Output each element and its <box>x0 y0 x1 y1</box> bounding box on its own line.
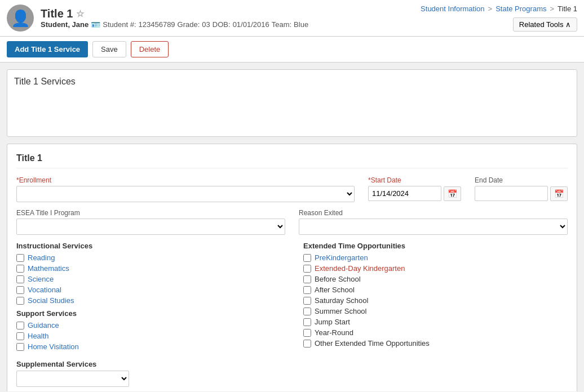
team-label: Team: <box>272 20 291 29</box>
summer-school-checkbox[interactable] <box>303 308 311 315</box>
checkbox-vocational: Vocational <box>16 286 281 294</box>
star-icon[interactable]: ☆ <box>76 8 84 19</box>
checkbox-guidance: Guidance <box>16 321 281 329</box>
form-panel: Title 1 *Enrollment Option 1 Option 2 *S… <box>7 144 577 391</box>
checkbox-reading: Reading <box>16 253 281 262</box>
summer-school-label: Summer School <box>315 307 366 315</box>
start-date-calendar-button[interactable]: 📅 <box>444 186 461 201</box>
checkbox-other-extended-time: Other Extended Time Opportunities <box>303 339 568 348</box>
checkbox-extended-day-kindergarten: Extended-Day Kindergarten <box>303 264 568 273</box>
supplemental-services-group: Supplemental Services Option 1 <box>16 360 568 387</box>
breadcrumb-state-programs[interactable]: State Programs <box>495 5 546 13</box>
enrollment-select[interactable]: Option 1 Option 2 <box>16 186 355 202</box>
page-title: Title 1 <box>41 7 73 20</box>
esea-group: ESEA Title I Program Option 1 <box>16 209 285 235</box>
save-button[interactable]: Save <box>92 41 126 57</box>
science-label: Science <box>28 275 54 283</box>
related-tools-button[interactable]: Related Tools ∧ <box>513 17 577 32</box>
start-date-group: *Start Date 📅 <box>368 176 461 202</box>
delete-button[interactable]: Delete <box>131 41 169 57</box>
supplemental-services-select[interactable]: Option 1 <box>16 371 129 387</box>
reason-exited-label: Reason Exited <box>299 209 568 217</box>
social-studies-label: Social Studies <box>28 296 74 305</box>
reason-exited-select[interactable]: Option 1 <box>299 219 568 235</box>
checkbox-social-studies: Social Studies <box>16 296 281 305</box>
grade-label: Grade: <box>178 20 200 29</box>
extended-day-kindergarten-label: Extended-Day Kindergarten <box>315 264 405 273</box>
end-date-input[interactable] <box>475 186 548 201</box>
dob-label: DOB: <box>213 20 231 29</box>
supplemental-services-label: Supplemental Services <box>16 360 568 368</box>
student-info-row: Student, Jane 🪪 Student #: 123456789 Gra… <box>41 20 308 29</box>
saturday-school-label: Saturday School <box>315 296 368 305</box>
form-title: Title 1 <box>16 153 568 168</box>
breadcrumb: Student Information > State Programs > T… <box>421 5 577 13</box>
start-date-input-group: 📅 <box>368 186 461 201</box>
start-date-label: *Start Date <box>368 176 461 184</box>
end-date-input-group: 📅 <box>475 186 568 201</box>
guidance-checkbox[interactable] <box>16 322 24 329</box>
social-studies-checkbox[interactable] <box>16 297 24 305</box>
reason-exited-group: Reason Exited Option 1 <box>299 209 568 235</box>
extended-day-kindergarten-checkbox[interactable] <box>303 265 311 273</box>
health-checkbox[interactable] <box>16 332 24 340</box>
checkbox-saturday-school: Saturday School <box>303 296 568 305</box>
jump-start-checkbox[interactable] <box>303 318 311 326</box>
add-title-service-button[interactable]: Add Title 1 Service <box>7 41 88 57</box>
main-content: Title 1 Services Title 1 *Enrollment Opt… <box>0 63 584 391</box>
home-visitation-checkbox[interactable] <box>16 343 24 351</box>
checkbox-prekindergarten: PreKindergarten <box>303 253 568 262</box>
after-school-checkbox[interactable] <box>303 286 311 294</box>
esea-label: ESEA Title I Program <box>16 209 285 217</box>
checkboxes-area: Instructional Services Reading Mathemati… <box>16 242 568 353</box>
checkbox-science: Science <box>16 275 281 283</box>
prekindergarten-checkbox[interactable] <box>303 254 311 262</box>
other-extended-time-checkbox[interactable] <box>303 340 311 348</box>
student-number: 123456789 <box>139 20 175 29</box>
saturday-school-checkbox[interactable] <box>303 297 311 305</box>
vocational-label: Vocational <box>28 286 61 294</box>
science-checkbox[interactable] <box>16 275 24 283</box>
instructional-services-section: Instructional Services Reading Mathemati… <box>16 242 281 353</box>
start-date-input[interactable] <box>368 186 441 201</box>
id-card-icon: 🪪 <box>91 20 100 29</box>
person-icon: 👤 <box>11 9 30 28</box>
extended-time-section: Extended Time Opportunities PreKindergar… <box>303 242 568 353</box>
student-number-label: Student #: <box>103 20 136 29</box>
header-right: Student Information > State Programs > T… <box>421 5 577 32</box>
support-services-title: Support Services <box>16 309 281 318</box>
end-date-label: End Date <box>475 176 568 184</box>
form-row-1: *Enrollment Option 1 Option 2 *Start Dat… <box>16 176 568 202</box>
checkbox-year-round: Year-Round <box>303 328 568 337</box>
page-title-row: Title 1 ☆ <box>41 7 308 20</box>
reading-checkbox[interactable] <box>16 254 24 262</box>
breadcrumb-sep1: > <box>488 5 493 13</box>
mathematics-checkbox[interactable] <box>16 265 24 273</box>
before-school-label: Before School <box>315 275 361 283</box>
year-round-checkbox[interactable] <box>303 329 311 337</box>
home-visitation-label: Home Visitation <box>28 342 79 351</box>
year-round-label: Year-Round <box>315 328 353 337</box>
esea-select[interactable]: Option 1 <box>16 219 285 235</box>
breadcrumb-sep2: > <box>550 5 554 13</box>
team-value: Blue <box>294 20 308 29</box>
vocational-checkbox[interactable] <box>16 286 24 294</box>
header-left: 👤 Title 1 ☆ Student, Jane 🪪 Student #: 1… <box>7 5 308 32</box>
breadcrumb-student-info[interactable]: Student Information <box>421 5 484 13</box>
breadcrumb-current: Title 1 <box>558 5 577 13</box>
title1-services-panel: Title 1 Services <box>7 69 577 137</box>
extended-time-title: Extended Time Opportunities <box>303 242 568 250</box>
end-date-calendar-button[interactable]: 📅 <box>550 186 568 201</box>
before-school-checkbox[interactable] <box>303 275 311 283</box>
checkbox-health: Health <box>16 332 281 340</box>
guidance-label: Guidance <box>28 321 59 329</box>
checkbox-summer-school: Summer School <box>303 307 568 315</box>
reading-label: Reading <box>28 253 55 262</box>
avatar: 👤 <box>7 5 34 32</box>
dob-value: 01/01/2016 <box>233 20 269 29</box>
after-school-label: After School <box>315 286 355 294</box>
checkbox-home-visitation: Home Visitation <box>16 342 281 351</box>
checkbox-mathematics: Mathematics <box>16 264 281 273</box>
header: 👤 Title 1 ☆ Student, Jane 🪪 Student #: 1… <box>0 0 584 37</box>
checkbox-after-school: After School <box>303 286 568 294</box>
